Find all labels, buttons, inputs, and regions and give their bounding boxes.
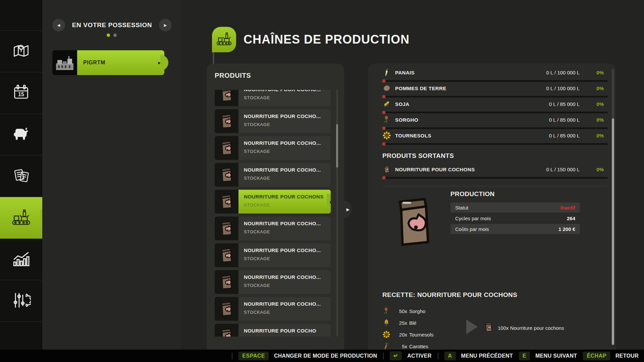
input-fill-levels: PANAIS 0 L / 100 000 L 0% POMMES DE TERR… [382,67,608,145]
possession-prev-button[interactable]: ◀ [52,19,65,32]
recipe-ingredient: 5x Carottes [382,341,608,350]
sidebar-item-statistics[interactable] [0,239,42,280]
product-subtitle: STOCKAGE [244,95,327,100]
product-list-item[interactable]: NOURRITURE POUR COCHONS STOCKAGE ▶ [215,190,331,214]
possession-item-pigrtm[interactable]: PIGRTM ▶ [52,50,164,75]
documents-icon [11,166,31,187]
divider [382,186,608,186]
product-list-item[interactable]: NOURRITURE POUR COCHO [215,324,331,337]
product-subtitle: STOCKAGE [244,149,327,154]
product-list-item[interactable]: NOURRITURE POUR COCHO... STOCKAGE [215,270,331,294]
recipe-section: RECETTE: NOURRITURE POUR COCHONS 50x Sor… [382,291,608,350]
product-title: NOURRITURE POUR COCHO [244,328,327,334]
possession-panel: ◀ EN VOTRE POSSESSION ▶ PIGRTM ▶ [42,0,181,362]
fill-row-percent: 0% [587,101,604,107]
wheat-icon [382,319,390,327]
outputs-heading: PRODUITS SORTANTS [382,152,608,160]
products-scrollbar[interactable] [336,90,338,337]
stat-row: Coûts par mois 1 200 € [450,224,580,234]
product-title: NOURRITURE POUR COCHO... [244,221,327,226]
product-list-item[interactable]: NOURRITURE POUR COCHO... STOCKAGE [215,109,331,133]
building-thumbnail [52,50,77,75]
sidebar-spacer [0,0,42,31]
product-title: NOURRITURE POUR COCHO... [244,274,327,280]
bag-icon [215,136,238,160]
recipe-heading: RECETTE: NOURRITURE POUR COCHONS [382,291,608,299]
fill-level-bar [382,143,608,145]
product-title: NOURRITURE POUR COCHO... [244,167,327,173]
pigfood-bag-icon [382,165,391,174]
keycap: A [444,352,456,360]
product-list-item[interactable]: NOURRITURE POUR COCHO... STOCKAGE [215,243,331,267]
keycap: E [519,352,530,360]
sidebar-item-calendar[interactable]: 15 [0,72,42,114]
production-chain-icon [212,27,236,52]
sidebar-item-contracts[interactable] [0,156,42,197]
soy-icon [382,100,391,108]
product-subtitle: STOCKAGE [244,229,327,234]
stat-label: Cycles par mois [455,216,491,221]
fill-row-value: 0 L / 150 000 L [546,167,580,172]
ingredient-name: Carottes [409,344,428,349]
product-title: NOURRITURE POUR COCHO... [244,140,327,146]
fill-row-label: NOURRITURE POUR COCHONS [395,167,546,172]
product-list-item[interactable]: NOURRITURE POUR COCHO... STOCKAGE [215,217,331,240]
key-hint: ESPACE CHANGER DE MODE DE PRODUCTION [238,352,377,360]
bag-icon [215,270,238,294]
products-panel: PRODUITS NOURRITURE POUR COCHO... STOCKA… [207,64,344,350]
fill-zero-tick [382,176,385,179]
sunflower-icon [382,330,390,339]
fill-level-bar [382,177,608,179]
key-hint-label: ACTIVER [407,353,431,359]
ingredient-qty: 25x [395,320,407,326]
product-list-item[interactable]: NOURRITURE POUR COCHO... STOCKAGE [215,136,331,160]
recipe-output: 100x Nourriture pour cochons [484,322,564,334]
production-stats: Statut Inactif Cycles par mois 264 Coûts… [450,202,580,235]
sidebar-item-map[interactable] [0,31,42,72]
detail-scrollbar[interactable] [612,69,614,345]
possession-next-button[interactable]: ▶ [159,19,172,32]
page-dot-1[interactable] [107,34,110,37]
product-subtitle: STOCKAGE [244,256,327,261]
products-panel-expand-arrow[interactable]: ▶ [342,200,352,219]
product-subtitle: STOCKAGE [244,202,327,207]
bag-icon [215,243,238,267]
fill-zero-tick [382,142,385,145]
fill-zero-tick [382,95,385,98]
ingredient-name: Blé [409,320,417,326]
fill-zero-tick [382,111,385,114]
recipe-output-label: 100x Nourriture pour cochons [498,325,564,331]
bag-icon [215,190,238,214]
fill-zero-tick [382,79,385,82]
product-list-item[interactable]: NOURRITURE POUR COCHO... STOCKAGE [215,90,331,106]
potato-icon [382,84,391,93]
pigfood-bag-icon [484,322,493,334]
key-hint: ÉCHAP RETOUR [583,352,639,360]
keycap: ESPACE [238,352,269,360]
sidebar-item-production[interactable]: ▶ [0,197,42,239]
sliders-gear-icon [11,291,31,311]
svg-text:15: 15 [18,91,24,97]
page-dot-2[interactable] [113,34,117,37]
bag-icon [215,297,238,321]
cow-icon [11,124,31,145]
calendar-icon: 15 [11,83,31,104]
product-title: NOURRITURE POUR COCHO... [244,90,327,92]
detail-scrollbar-thumb[interactable] [612,118,614,345]
fill-row-value: 0 L / 85 000 L [549,133,580,138]
key-hint-label: MENU PRÉCÉDENT [461,353,513,359]
page-title: CHAÎNES DE PRODUCTION [244,33,410,47]
product-title: NOURRITURE POUR COCHONS [244,194,327,199]
products-scrollbar-thumb[interactable] [336,124,338,168]
fill-row-label: SORGHO [395,117,549,123]
product-list-item[interactable]: NOURRITURE POUR COCHO... STOCKAGE [215,163,331,187]
fill-row-value: 0 L / 85 000 L [549,117,580,123]
fill-row-value: 0 L / 100 000 L [546,85,580,91]
key-hints-bar: ESPACE CHANGER DE MODE DE PRODUCTION ↵ A… [0,350,644,362]
sidebar-item-animals[interactable] [0,114,42,156]
fill-level-bar [382,80,608,82]
product-list-item[interactable]: NOURRITURE POUR COCHO... STOCKAGE [215,297,331,321]
sidebar-item-finance[interactable] [0,280,42,322]
pigfood-bag-image [392,195,435,249]
stat-value: 1 200 € [558,226,575,232]
